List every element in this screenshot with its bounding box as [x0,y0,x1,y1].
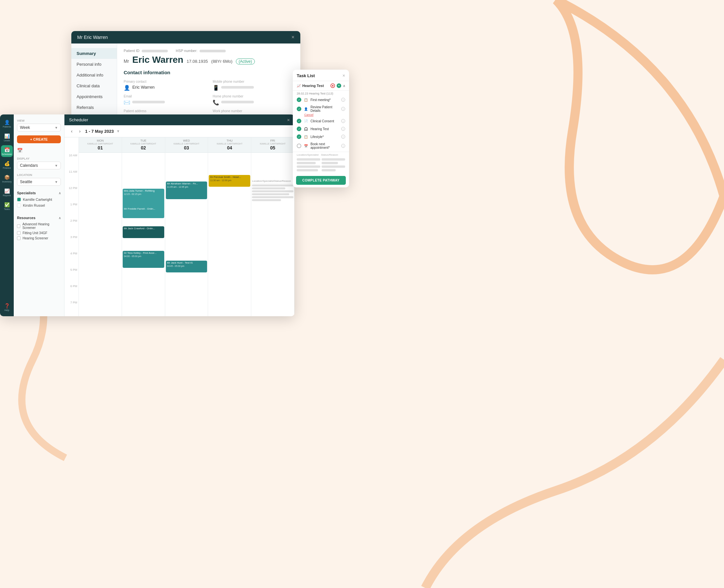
task-info-book[interactable]: i [341,144,345,148]
cal-prev-button[interactable]: ‹ [69,128,75,134]
task-info-clinical[interactable]: i [341,119,345,123]
resources-title: Resources [17,216,35,220]
patient-nav-summary[interactable]: Summary [71,48,117,59]
resources-chevron-icon[interactable]: ∧ [59,216,61,220]
patient-status-badge: (Active) [236,59,255,64]
inventory-icon: 📦 [4,175,10,180]
create-label: + CREATE [30,138,48,141]
nav-scheduler[interactable]: 📅 Scheduler [1,145,13,157]
hsp-number-label: HSP number: [176,49,226,52]
resource-hearing-screener: Hearing Screener [17,236,61,240]
task-label-lifestyle: Lifestyle* [310,135,339,139]
create-button[interactable]: + CREATE [17,135,61,143]
appt-percival-smith[interactable]: Dr Percival Smith - Heari... 11:30 am - … [209,175,250,187]
task-icon-clipboard: 📋 [304,98,308,102]
task-info-lifestyle[interactable]: i [341,135,345,139]
time-10am: 10 AM [64,152,79,169]
appt-abraham-warren[interactable]: Mr Abraham Warren - Fir... 11:45 am - 12… [166,182,207,199]
day-header-fri: FRI KAMILLE CARTWRIGHT 05 [251,138,294,153]
task-icon-person: 👤 [304,107,308,111]
patient-nav-referrals[interactable]: Referrals [71,102,117,113]
resource-fitting-checkbox[interactable] [17,231,21,235]
scheduler-top-bar: Scheduler × [64,114,294,125]
specialist-kirstin-name: Kirstin Russel [23,204,45,207]
day-columns: MON KAMILLE CARTWRIGHT 01 TUE KAMILLE CA… [79,138,294,316]
nav-tasks[interactable]: ✅ Tasks [1,200,13,212]
resource-advanced-checkbox[interactable] [17,224,20,228]
task-list-title: Task List [297,73,315,78]
specialist-tue: KAMILLE CARTWRIGHT [123,143,164,145]
task-label-clinical: Clinical Consent [310,119,339,123]
week-grid: 10 AM 11 AM 12 PM 1 PM 2 PM 3 PM 4 PM 5 … [64,138,294,316]
patient-modal-close-button[interactable]: × [291,34,294,40]
patient-nav-appointments[interactable]: Appointments [71,91,117,102]
specialist-kirstin-checkbox[interactable] [17,204,21,207]
finance-icon: 💰 [4,161,10,166]
specialists-title: Specialists [17,191,36,195]
view-select[interactable]: Week ▼ [17,124,61,131]
add-icon[interactable]: + [337,83,341,88]
task-list-close-button[interactable]: × [343,73,345,78]
day-col-fri: FRI KAMILLE CARTWRIGHT 05 Location/Speci… [251,138,294,316]
scheduler-close-button[interactable]: × [287,117,290,123]
display-label: Display [17,157,61,160]
email-icon: ✉️ [124,100,129,105]
specialist-item-kirstin[interactable]: Kirstin Russel [17,204,61,207]
appt-label: Mr Freddie Farrell - Onlin... [124,207,163,211]
location-specialist-table: Location/Specialist Status/Reason [252,179,293,202]
task-cancel-link[interactable]: Cancel [304,113,349,117]
cal-date-dropdown-icon[interactable]: ▼ [117,129,120,133]
nav-help[interactable]: ❓ Help [1,301,13,313]
complete-pathway-button[interactable]: COMPLETE PATHWAY [296,176,346,185]
appt-tess-kelley[interactable]: Dr Tess Kelley - First Asse... 04:00 - 0… [123,251,164,268]
display-select[interactable]: Calendars ▼ [17,162,61,169]
tasks-icon: ✅ [4,202,10,207]
time-7pm: 7 PM [64,299,79,316]
day-header-thu: THU KAMILLE CARTWRIGHT 04 [208,138,251,153]
patient-dob: 17.08.1935 [186,59,208,64]
dom-thu: 04 [227,145,232,150]
specialist-mon: KAMILLE CARTWRIGHT [80,143,121,145]
specialist-wed: KAMILLE CARTWRIGHT [166,143,207,145]
task-info-review[interactable]: i [341,107,345,111]
cal-next-button[interactable]: › [77,128,83,134]
resource-hearing-label: Hearing Screener [23,236,48,240]
day-col-thu: THU KAMILLE CARTWRIGHT 04 Dr Percival Sm… [208,138,251,316]
patient-modal-title: Mr Eric Warren [77,35,108,40]
appt-jack-hunt[interactable]: Mr Jack Hunt - Test IS 04:45 - 05:30 pm [166,261,207,272]
patient-nav-additional[interactable]: Additional info [71,70,117,81]
dow-thu: THU [209,139,250,142]
appt-time: 11:45 am - 12:45 pm [167,185,206,188]
nav-reports[interactable]: 📈 Reports [1,186,13,198]
task-list-header: Task List × [293,70,349,81]
appt-label: Dr Tess Kelley - First Asse... [124,251,163,255]
location-select[interactable]: Seattle ▼ [17,178,61,186]
appt-jack-crawford[interactable]: Mr Jack Crawford - Onlin... [123,226,164,238]
task-info-first-meeting[interactable]: i [341,98,345,102]
patient-nav-personal[interactable]: Personal info [71,59,117,70]
nav-patients[interactable]: 👤 Patients [1,118,13,129]
primary-contact-field: Primary contact 👤 Eric Warren [124,80,205,90]
specialist-item-kamille[interactable]: Kamille Cartwright [17,197,61,202]
display-value: Calendars [20,163,38,168]
nav-inventory[interactable]: 📦 Inventory [1,173,13,185]
task-clinical-consent: ✓ 📄 Clinical Consent i [293,117,349,125]
nav-finance[interactable]: 💰 Finance [1,159,13,171]
scheduler-top-bar-left: Scheduler [69,118,88,122]
specialist-kamille-checkbox[interactable] [17,197,21,202]
patient-nav-clinical[interactable]: Clinical data [71,81,117,91]
collapse-icon[interactable]: ∧ [343,84,345,88]
time-3pm: 3 PM [64,234,79,251]
nav-leads[interactable]: 📊 Leads [1,131,13,143]
appt-time: 04:45 - 05:30 pm [167,265,206,268]
leads-icon: 📊 [4,133,10,139]
scheduler-window: 👤 Patients 📊 Leads 📅 Scheduler 💰 Finance… [0,114,294,316]
stop-icon[interactable]: ■ [330,83,335,88]
cell-loc-1 [297,158,320,161]
primary-contact-label: Primary contact [124,80,205,83]
appt-freddie-farrell[interactable]: Mr Freddie Farrell - Onlin... [123,207,164,216]
task-info-hearing[interactable]: i [341,127,345,131]
appt-time: 11:30 am - 12:00 pm [210,179,249,182]
resource-hearing-checkbox[interactable] [17,236,21,240]
specialists-chevron-icon[interactable]: ∧ [59,191,61,195]
